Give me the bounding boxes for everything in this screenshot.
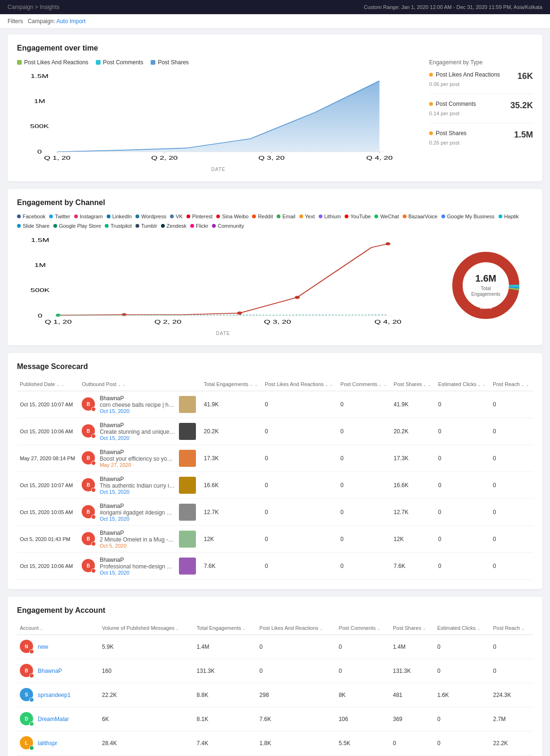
acc-name[interactable]: BhawnaP — [38, 668, 62, 674]
acc-name[interactable]: sprsandeep1 — [38, 692, 70, 698]
channel-item: Wordpress — [135, 214, 166, 219]
acc-comments: 5.5K — [336, 731, 390, 756]
post-body: #origami #gadget #design #inventi... — [100, 509, 175, 516]
channel-chart-area: 1.5M 1M 500K 0 — [17, 234, 429, 336]
scorecard-th[interactable]: Post Reach⌄ — [490, 378, 533, 391]
engagement-chart-area: Post Likes And ReactionsPost CommentsPos… — [17, 59, 420, 172]
auto-import-filter[interactable]: Auto Import — [56, 18, 85, 25]
sc-reach: 0 — [490, 553, 533, 580]
acc-clicks: 0 — [434, 659, 490, 683]
channel-label: Trustpilot — [110, 223, 132, 229]
channel-x-label: DATE — [17, 331, 429, 336]
post-title: BhawnaP — [100, 530, 175, 536]
acc-name[interactable]: new — [38, 644, 48, 650]
channel-dot — [17, 224, 21, 228]
top-bar: Campaign > Insights Custom Range: Jan 1,… — [0, 0, 550, 14]
scorecard-row: Oct 5, 2020 01:43 PM B BhawnaP 2 Minute … — [17, 526, 533, 553]
channel-dot — [345, 215, 348, 218]
donut-label-2: Engagements — [471, 292, 500, 297]
cy-label-3: 500K — [31, 287, 50, 293]
panel-title: Engagement by Type — [429, 59, 533, 66]
avatar-badge — [91, 488, 96, 492]
sort-icon: ⌄ — [423, 382, 427, 387]
scorecard-th[interactable]: Post Comments⌄ — [338, 378, 391, 391]
acc-clicks: 0 — [434, 707, 490, 731]
sc-comments: 0 — [338, 526, 391, 553]
channel-dot — [252, 215, 256, 218]
post-body: Create stunning and unique logos... — [100, 429, 175, 435]
account-th[interactable]: Post Reach — [490, 621, 533, 635]
x-axis-label: DATE — [17, 167, 420, 172]
acc-cell: B BhawnaP — [20, 664, 96, 678]
post-cell: B BhawnaP Create stunning and unique log… — [82, 422, 198, 441]
channel-dot-3 — [295, 296, 299, 299]
sc-date: Oct 15, 2020 10:06 AM — [17, 553, 79, 580]
post-text: BhawnaP Create stunning and unique logos… — [100, 422, 175, 441]
engagement-legend: Post Likes And ReactionsPost CommentsPos… — [17, 59, 420, 66]
account-th[interactable]: Post Likes And Reactions — [257, 621, 336, 635]
scorecard-th[interactable]: Post Likes And Reactions⌄ — [262, 378, 338, 391]
channel-label: Reddit — [258, 214, 273, 219]
channel-label: Instagram — [80, 214, 103, 219]
acc-vol: 28.4K — [99, 731, 194, 756]
engagement-by-channel-card: Engagement by Channel FacebookTwitterIns… — [8, 189, 542, 345]
channel-label: Tumblr — [141, 223, 157, 229]
account-row: N new 5.9K 1.4M 0 0 1.4M 0 0 — [17, 635, 533, 659]
channel-item: Community — [212, 223, 244, 229]
acc-likes: 1.8K — [257, 731, 336, 756]
sc-date: May 27, 2020 08:14 PM — [17, 445, 79, 472]
et-label: Post Likes And Reactions — [436, 71, 500, 78]
post-date: Oct 15, 2020 — [100, 516, 175, 522]
channel-item: Google My Business — [441, 214, 495, 219]
sc-clicks: 0 — [435, 418, 490, 445]
engagement-by-account-title: Engagement by Account — [17, 606, 533, 615]
channel-label: Zendesk — [167, 223, 186, 229]
scorecard-th[interactable]: Total Engagements⌄ — [201, 378, 262, 391]
sc-shares: 16.6K — [391, 472, 435, 499]
sc-clicks: 0 — [435, 526, 490, 553]
channel-item: Yext — [299, 214, 315, 219]
scorecard-th[interactable]: Post Shares⌄ — [391, 378, 435, 391]
et-label: Post Shares — [436, 130, 466, 137]
post-body: corn cheese balls recipe | how to... — [100, 402, 175, 408]
acc-name[interactable]: DreamMalar — [38, 716, 69, 722]
avatar-wrap: B — [82, 532, 96, 546]
acc-vol: 5.9K — [99, 635, 194, 659]
channel-label: Yext — [305, 214, 315, 219]
acc-shares: 369 — [390, 707, 434, 731]
scorecard-th[interactable]: Estimated Clicks⌄ — [435, 378, 490, 391]
legend-label: Post Shares — [158, 59, 188, 66]
account-th[interactable]: Post Comments — [336, 621, 390, 635]
acc-name[interactable]: lalithspr — [38, 740, 57, 747]
account-th[interactable]: Total Engagements — [194, 621, 257, 635]
y-label-4: 0 — [37, 149, 42, 155]
breadcrumb-text: Campaign > Insights — [8, 4, 59, 10]
x-label-q4: Q 4, 20 — [366, 155, 393, 161]
sc-clicks: 0 — [435, 391, 490, 418]
chart-area-fill — [57, 81, 379, 152]
channel-label: Google My Business — [447, 214, 495, 219]
scorecard-th[interactable]: Outbound Post⌄ — [79, 378, 201, 391]
channel-label: Twitter — [55, 214, 70, 219]
cx-label-q1: Q 1, 20 — [45, 319, 72, 325]
acc-badge — [29, 649, 34, 654]
scorecard-header-row: Published Date⌄Outbound Post⌄Total Engag… — [17, 378, 533, 391]
channel-item: Google Play Store — [53, 223, 101, 229]
sc-shares: 41.9K — [391, 391, 435, 418]
channel-line-main — [58, 244, 388, 315]
channel-dot — [74, 215, 78, 218]
acc-avatar-wrap: S — [20, 688, 34, 702]
y-label-1: 1.5M — [31, 73, 49, 79]
campaign-label: Campaign: — [28, 18, 55, 25]
sc-total: 7.6K — [201, 553, 262, 580]
account-th[interactable]: Account — [17, 621, 99, 635]
sc-likes: 0 — [262, 499, 338, 526]
legend-item: Post Shares — [151, 59, 188, 66]
sc-shares: 7.6K — [391, 553, 435, 580]
account-th[interactable]: Volume of Published Messages — [99, 621, 194, 635]
account-th[interactable]: Estimated Clicks — [434, 621, 490, 635]
post-cell: B BhawnaP This authentic Indian curry is… — [82, 476, 198, 495]
scorecard-th[interactable]: Published Date⌄ — [17, 378, 79, 391]
cx-label-q3: Q 3, 20 — [264, 319, 291, 325]
account-th[interactable]: Post Shares — [390, 621, 434, 635]
